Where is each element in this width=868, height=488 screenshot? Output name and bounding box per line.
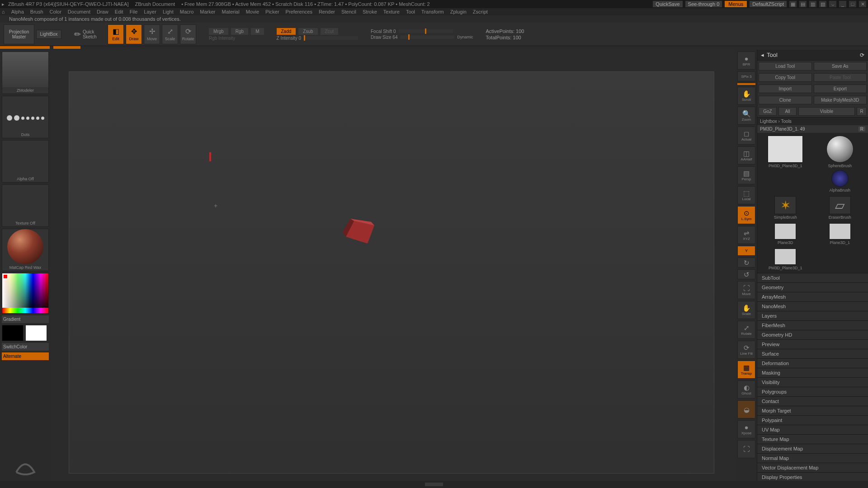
texture-thumbnail[interactable]: Texture Off xyxy=(2,184,49,227)
brush-thumbnail[interactable]: ZModeler xyxy=(2,52,49,94)
tool-thumb[interactable]: PM3D_Plane3D_1 xyxy=(760,136,811,168)
tool-thumb[interactable]: Plane3D_1 xyxy=(815,223,866,245)
section-normalmap[interactable]: Normal Map xyxy=(757,453,868,463)
section-visibility[interactable]: Visibility xyxy=(757,377,868,387)
section-uvmap[interactable]: UV Map xyxy=(757,425,868,434)
tool-thumb[interactable]: Plane3D xyxy=(760,223,811,245)
hide-button[interactable]: ⌵ xyxy=(829,1,836,7)
gradient-button[interactable]: Gradient xyxy=(2,315,49,323)
draw-size-slider[interactable] xyxy=(400,35,454,39)
dynamic-label[interactable]: Dynamic xyxy=(457,35,473,39)
menu-texture[interactable]: Texture xyxy=(383,9,400,14)
clone-button[interactable]: Clone xyxy=(759,96,812,104)
menu-render[interactable]: Render xyxy=(319,9,335,14)
m-button[interactable]: M xyxy=(251,28,264,35)
tool-header[interactable]: ◂ Tool ⟳ xyxy=(757,50,868,61)
menu-tool[interactable]: Tool xyxy=(406,9,415,14)
pin-icon[interactable]: ⟳ xyxy=(860,52,864,58)
move-mode-button[interactable]: ✢Move xyxy=(144,24,160,44)
copy-tool-button[interactable]: Copy Tool xyxy=(759,73,812,82)
menu-macro[interactable]: Macro xyxy=(180,9,194,14)
z-button[interactable]: ↺ xyxy=(737,269,755,279)
menu-light[interactable]: Light xyxy=(163,9,174,14)
tool-thumb[interactable]: ✶SimpleBrush xyxy=(760,196,811,220)
menu-transform[interactable]: Transform xyxy=(421,9,444,14)
grid1-icon[interactable]: ▦ xyxy=(789,1,797,7)
zcut-button[interactable]: Zcut xyxy=(321,28,338,35)
section-texturemap[interactable]: Texture Map xyxy=(757,434,868,444)
maximize-button[interactable]: □ xyxy=(849,1,856,7)
canvas-area[interactable]: + xyxy=(51,50,736,481)
actual-button[interactable]: ◻Actual xyxy=(737,127,755,145)
section-nanomesh[interactable]: NanoMesh xyxy=(757,301,868,311)
scroll-button[interactable]: ✋Scroll xyxy=(737,87,755,105)
current-tool-name[interactable]: PM3D_Plane3D_1. 49R xyxy=(757,125,868,133)
section-geometryhd[interactable]: Geometry HD xyxy=(757,330,868,339)
tool-r-button[interactable]: R xyxy=(859,127,865,131)
zoom-button[interactable]: 🔍Zoom xyxy=(737,107,755,125)
tool-thumb[interactable]: PM3D_Plane3D_1 xyxy=(760,249,811,270)
section-subtool[interactable]: SubTool xyxy=(757,273,868,282)
zadd-button[interactable]: Zadd xyxy=(277,28,296,35)
projection-master-button[interactable]: Projection Master xyxy=(4,24,34,44)
menus-button[interactable]: Menus xyxy=(725,1,747,7)
tool-thumb[interactable]: ▱EraserBrush xyxy=(815,196,866,220)
bpr-button[interactable]: ●BPR xyxy=(737,52,755,70)
menu-alpha[interactable]: Alpha xyxy=(11,9,24,14)
section-surface[interactable]: Surface xyxy=(757,349,868,358)
hue-strip[interactable] xyxy=(2,308,48,313)
ghost-button[interactable]: ◒ xyxy=(737,400,755,418)
menu-zplugin[interactable]: Zplugin xyxy=(450,9,467,14)
local-button[interactable]: ⊙L.Sym xyxy=(737,206,755,224)
color-swatch-white[interactable] xyxy=(25,325,47,341)
menu-brush[interactable]: Brush xyxy=(30,9,43,14)
rgb-button[interactable]: Rgb xyxy=(231,28,248,35)
polyf-button[interactable]: ▦Transp xyxy=(737,361,755,379)
save-as-button[interactable]: Save As xyxy=(814,62,867,70)
rotate-mode-button[interactable]: ⟳Rotate xyxy=(180,24,196,44)
spix-slider[interactable]: SPix 3 xyxy=(737,71,755,81)
mesh-object[interactable] xyxy=(340,216,381,248)
transp-button[interactable]: ◐Ghost xyxy=(737,380,755,399)
section-masking[interactable]: Masking xyxy=(757,368,868,377)
section-displayprops[interactable]: Display Properties xyxy=(757,472,868,481)
defaultscript-button[interactable]: DefaultZScript xyxy=(750,1,787,7)
section-contact[interactable]: Contact xyxy=(757,396,868,406)
section-deformation[interactable]: Deformation xyxy=(757,358,868,368)
section-fibermesh[interactable]: FiberMesh xyxy=(757,320,868,330)
bottom-bar[interactable] xyxy=(0,481,868,488)
menu-draw[interactable]: Draw xyxy=(97,9,108,14)
solo-button[interactable]: ●Xpose xyxy=(737,420,755,438)
close-button[interactable]: ✕ xyxy=(859,1,866,7)
tool-collapse-icon[interactable]: ◂ xyxy=(761,52,764,58)
color-swatch-black[interactable] xyxy=(2,325,24,341)
z-intensity-slider[interactable] xyxy=(304,36,358,40)
persp-button[interactable]: ▤Persp xyxy=(737,166,755,184)
lightbox-button[interactable]: LightBox xyxy=(36,30,61,39)
mrgb-button[interactable]: Mrgb xyxy=(209,28,228,35)
load-tool-button[interactable]: Load Tool xyxy=(759,62,812,70)
menu-color[interactable]: Color xyxy=(50,9,61,14)
tool-thumb[interactable]: AlphaBrush xyxy=(815,170,866,192)
section-geometry[interactable]: Geometry xyxy=(757,282,868,292)
color-picker[interactable] xyxy=(2,273,49,314)
document-canvas[interactable]: + xyxy=(69,71,714,474)
grid4-icon[interactable]: ▧ xyxy=(819,1,826,7)
stroke-thumbnail[interactable]: Dots xyxy=(2,96,49,138)
section-displacement[interactable]: Displacement Map xyxy=(757,444,868,453)
material-thumbnail[interactable]: MatCap Red Wax xyxy=(2,229,49,271)
menu-document[interactable]: Document xyxy=(68,9,90,14)
menu-file[interactable]: File xyxy=(130,9,138,14)
menu-movie[interactable]: Movie xyxy=(246,9,259,14)
section-arraymesh[interactable]: ArrayMesh xyxy=(757,292,868,301)
rotate-nav-button[interactable]: ⟳Line Fill xyxy=(737,341,755,359)
move-nav-button[interactable]: ✋Scale xyxy=(737,301,755,319)
menu-picker[interactable]: Picker xyxy=(265,9,279,14)
menu-stencil[interactable]: Stencil xyxy=(341,9,356,14)
lsym-button[interactable]: ⇌XYZ xyxy=(737,226,755,244)
scale-mode-button[interactable]: ⤢Scale xyxy=(162,24,178,44)
menu-stroke[interactable]: Stroke xyxy=(363,9,377,14)
xyz-button[interactable]: Y xyxy=(737,246,755,256)
quicksave-button[interactable]: QuickSave xyxy=(653,1,682,7)
lightbox-tools-link[interactable]: Lightbox › Tools xyxy=(757,117,868,125)
